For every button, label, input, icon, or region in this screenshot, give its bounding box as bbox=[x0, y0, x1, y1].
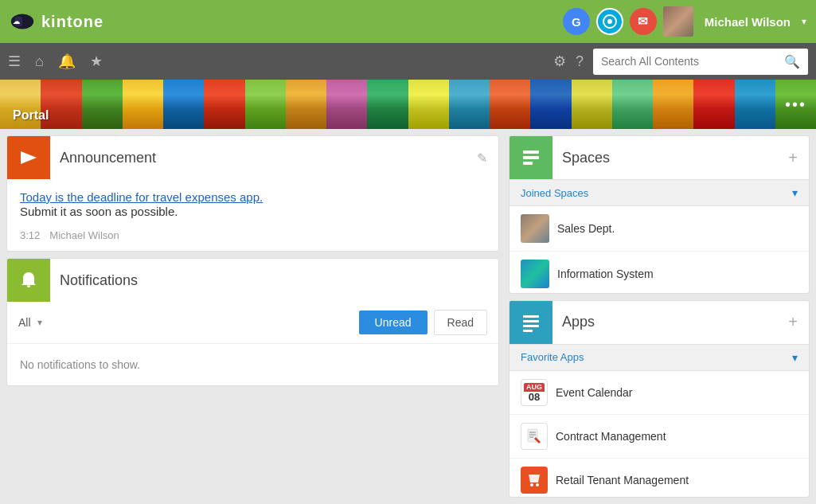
apps-subheader-label: Favorite Apps bbox=[521, 351, 792, 363]
filter-all-label[interactable]: All bbox=[18, 316, 31, 329]
search-button[interactable]: 🔍 bbox=[776, 49, 808, 75]
announcement-link[interactable]: Today is the deadline for travel expense… bbox=[20, 190, 263, 204]
logo-area: ☁ kintone bbox=[10, 13, 563, 31]
avatar bbox=[663, 6, 693, 37]
apps-chevron-icon[interactable]: ▾ bbox=[792, 351, 798, 364]
nav-icons: ☰ ⌂ 🔔 ★ bbox=[8, 53, 553, 70]
notifications-card: Notifications All ▾ Unread Read No notif… bbox=[6, 258, 499, 386]
spaces-subheader-label: Joined Spaces bbox=[521, 187, 792, 199]
app-name-contract: Contract Management bbox=[556, 430, 666, 443]
nav-right: ⚙ ? 🔍 bbox=[553, 49, 808, 75]
apps-icon-bg bbox=[510, 301, 552, 344]
svg-rect-6 bbox=[523, 150, 539, 154]
apps-header: Apps + bbox=[510, 301, 809, 344]
kintone-logo-icon: ☁ bbox=[10, 13, 35, 30]
app-item-calendar[interactable]: AUG 08 Event Calendar bbox=[510, 371, 809, 415]
app-item-retail[interactable]: Retail Tenant Management bbox=[510, 459, 809, 498]
apps-title: Apps bbox=[562, 314, 779, 330]
space-item-info[interactable]: Information System bbox=[510, 252, 809, 294]
svg-marker-4 bbox=[21, 151, 37, 164]
google-app-button[interactable]: G bbox=[563, 8, 590, 35]
other-app-button[interactable] bbox=[596, 8, 623, 35]
announcement-title: Announcement bbox=[60, 150, 467, 166]
bell-card-icon bbox=[18, 269, 40, 291]
btn-unread[interactable]: Unread bbox=[359, 311, 428, 334]
svg-point-18 bbox=[536, 483, 539, 486]
announcement-link-text[interactable]: Today is the deadline for travel expense… bbox=[20, 190, 486, 205]
apps-icon bbox=[520, 311, 542, 334]
notifications-title: Notifications bbox=[60, 272, 487, 289]
mail-app-button[interactable]: ✉ bbox=[630, 8, 657, 35]
apps-add-icon[interactable]: + bbox=[788, 313, 798, 331]
announcement-body-text: Submit it as soon as possible. bbox=[20, 205, 486, 218]
portal-label: Portal bbox=[13, 108, 49, 123]
svg-rect-10 bbox=[523, 320, 539, 322]
space-name-info: Information System bbox=[557, 268, 654, 280]
search-wrapper: 🔍 bbox=[593, 49, 808, 75]
spaces-add-icon[interactable]: + bbox=[788, 149, 798, 167]
svg-rect-7 bbox=[523, 156, 539, 159]
app-name-retail: Retail Tenant Management bbox=[556, 474, 689, 486]
spaces-title: Spaces bbox=[562, 150, 779, 166]
app-item-contract[interactable]: Contract Management bbox=[510, 415, 809, 459]
space-name-sales: Sales Dept. bbox=[557, 222, 615, 235]
announcement-time: 3:12 bbox=[20, 229, 40, 241]
notifications-icon-bg bbox=[7, 259, 50, 302]
app-name-calendar: Event Calendar bbox=[556, 386, 633, 399]
announcement-icon bbox=[18, 147, 40, 169]
avatar-image bbox=[663, 6, 693, 37]
btn-read[interactable]: Read bbox=[434, 310, 487, 335]
announcement-meta: 3:12 Michael Wilson bbox=[20, 229, 486, 241]
announcement-header: Announcement ✎ bbox=[7, 136, 498, 179]
spaces-card: Spaces + Joined Spaces ▾ Sales Dept. Inf… bbox=[509, 135, 810, 294]
nav-bar: ☰ ⌂ 🔔 ★ ⚙ ? 🔍 bbox=[0, 43, 816, 80]
svg-rect-12 bbox=[523, 330, 533, 332]
spaces-icon-bg bbox=[510, 136, 552, 179]
space-item-sales[interactable]: Sales Dept. bbox=[510, 206, 809, 252]
logo-text: kintone bbox=[41, 13, 103, 31]
svg-rect-5 bbox=[27, 285, 30, 287]
space-thumb-sales bbox=[521, 214, 549, 243]
top-bar: ☁ kintone G ✉ Michael Wilson ▾ bbox=[0, 0, 816, 43]
notifications-empty: No notifications to show. bbox=[7, 344, 498, 385]
spaces-icon bbox=[520, 147, 542, 169]
announcement-icon-bg bbox=[7, 136, 50, 179]
spaces-chevron-icon[interactable]: ▾ bbox=[792, 186, 798, 199]
space-thumb-info bbox=[521, 260, 549, 288]
app-thumb-calendar: AUG 08 bbox=[521, 379, 548, 406]
top-bar-right: G ✉ Michael Wilson ▾ bbox=[563, 6, 806, 37]
settings-icon[interactable]: ⚙ bbox=[553, 53, 566, 70]
notifications-header: Notifications bbox=[7, 259, 498, 302]
apps-card: Apps + Favorite Apps ▾ AUG 08 Event Cale… bbox=[509, 300, 810, 498]
search-input[interactable] bbox=[593, 49, 776, 73]
left-panel: Announcement ✎ Today is the deadline for… bbox=[0, 129, 506, 504]
filter-chevron-icon[interactable]: ▾ bbox=[37, 317, 42, 328]
user-dropdown-icon[interactable]: ▾ bbox=[802, 16, 806, 27]
svg-point-17 bbox=[530, 483, 533, 486]
star-icon[interactable]: ★ bbox=[90, 53, 103, 70]
app-thumb-contract bbox=[521, 423, 548, 450]
svg-rect-11 bbox=[523, 325, 539, 327]
help-icon[interactable]: ? bbox=[576, 53, 584, 70]
announcement-edit-icon[interactable]: ✎ bbox=[477, 150, 487, 166]
svg-rect-8 bbox=[523, 162, 533, 165]
apps-subheader: Favorite Apps ▾ bbox=[510, 344, 809, 371]
home-icon[interactable]: ⌂ bbox=[35, 53, 44, 70]
spaces-header: Spaces + bbox=[510, 136, 809, 179]
portal-banner: Portal ••• bbox=[0, 80, 816, 129]
spaces-subheader: Joined Spaces ▾ bbox=[510, 179, 809, 206]
svg-rect-9 bbox=[523, 315, 539, 318]
svg-text:☁: ☁ bbox=[13, 18, 20, 25]
app-thumb-retail bbox=[521, 467, 548, 494]
svg-point-3 bbox=[607, 19, 612, 24]
hamburger-icon[interactable]: ☰ bbox=[8, 53, 21, 70]
bell-icon[interactable]: 🔔 bbox=[58, 53, 76, 70]
portal-more-button[interactable]: ••• bbox=[785, 96, 806, 114]
announcement-body: Today is the deadline for travel expense… bbox=[7, 179, 498, 251]
announcement-card: Announcement ✎ Today is the deadline for… bbox=[6, 135, 499, 252]
announcement-author: Michael Wilson bbox=[49, 229, 119, 241]
right-panel: Spaces + Joined Spaces ▾ Sales Dept. Inf… bbox=[506, 129, 816, 504]
user-name: Michael Wilson bbox=[700, 15, 795, 29]
notifications-filter: All ▾ Unread Read bbox=[7, 302, 498, 344]
main-content: Announcement ✎ Today is the deadline for… bbox=[0, 129, 816, 504]
